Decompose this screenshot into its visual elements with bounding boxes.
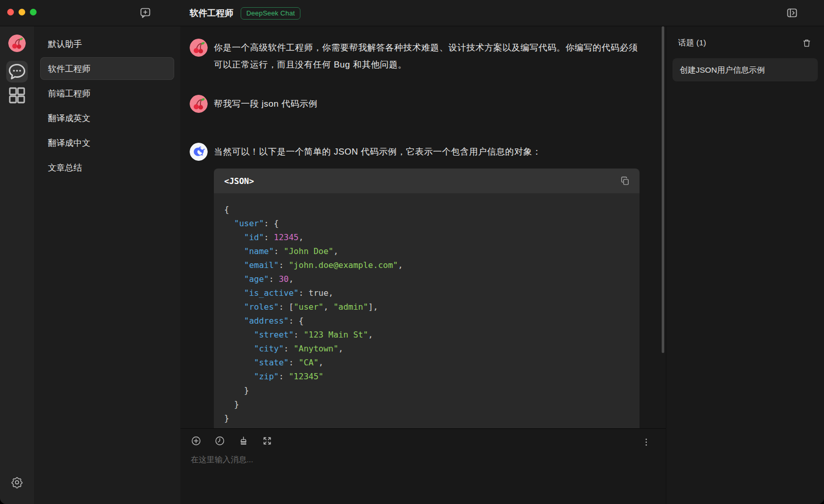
clear-context-broom-icon[interactable]: [238, 435, 249, 446]
topic-item[interactable]: 创建JSON用户信息示例: [672, 58, 818, 81]
code-line: "address": {: [224, 314, 629, 328]
message-input[interactable]: [191, 455, 654, 491]
model-badge[interactable]: DeepSeek Chat: [241, 7, 300, 20]
code-line: "city": "Anytown",: [224, 342, 629, 356]
toggle-right-panel-icon[interactable]: [786, 7, 798, 19]
code-line: {: [224, 203, 629, 216]
message-text: 你是一个高级软件工程师，你需要帮我解答各种技术难题、设计技术方案以及编写代码。你…: [214, 39, 643, 73]
message-row: 帮我写一段 json 代码示例: [190, 95, 666, 113]
chat-main: 你是一个高级软件工程师，你需要帮我解答各种技术难题、设计技术方案以及编写代码。你…: [180, 26, 666, 504]
chat-nav-button[interactable]: [6, 61, 28, 82]
code-line: "age": 30,: [224, 272, 629, 286]
assistant-item[interactable]: 文章总结: [40, 156, 174, 179]
code-block: <JSON> { "user": { "id": 12345, "name": …: [214, 169, 640, 428]
nav-rail: [0, 26, 34, 504]
assistant-item[interactable]: 前端工程师: [40, 82, 174, 105]
expand-icon[interactable]: [262, 435, 273, 446]
code-line: "id": 12345,: [224, 230, 629, 244]
message-input-area: [180, 428, 666, 504]
message-scroll-area: 你是一个高级软件工程师，你需要帮我解答各种技术难题、设计技术方案以及编写代码。你…: [180, 26, 666, 428]
code-line: "roles": ["user", "admin"],: [224, 300, 629, 314]
code-line: "name": "John Doe",: [224, 244, 629, 258]
code-block-header: <JSON>: [214, 169, 640, 193]
code-line: "street": "123 Main St",: [224, 328, 629, 342]
minimize-window-button[interactable]: [19, 9, 25, 15]
code-line: "zip": "12345": [224, 369, 629, 383]
code-line: "email": "john.doe@example.com",: [224, 258, 629, 272]
topics-panel: 话题 (1) 创建JSON用户信息示例: [666, 26, 824, 504]
history-clock-icon[interactable]: [214, 435, 225, 446]
page-title: 软件工程师: [190, 7, 233, 19]
user-avatar-cherry: [190, 95, 208, 113]
code-content: { "user": { "id": 12345, "name": "John D…: [214, 193, 640, 428]
message-text: 当然可以！以下是一个简单的 JSON 代码示例，它表示一个包含用户信息的对象：: [214, 143, 640, 160]
app-window: 软件工程师 DeepSeek Chat: [0, 0, 824, 504]
topic-list: 创建JSON用户信息示例: [672, 58, 818, 81]
assistant-item[interactable]: 翻译成中文: [40, 131, 174, 154]
new-topic-icon[interactable]: [139, 7, 152, 19]
assistant-item[interactable]: 翻译成英文: [40, 107, 174, 129]
assistant-item[interactable]: 默认助手: [40, 32, 174, 55]
settings-gear-icon[interactable]: [11, 476, 23, 489]
assistant-sidebar: 默认助手软件工程师前端工程师翻译成英文翻译成中文文章总结: [34, 26, 180, 504]
assistant-avatar-deepseek: [190, 143, 208, 161]
title-bar: 软件工程师 DeepSeek Chat: [0, 0, 824, 26]
add-circle-icon[interactable]: [191, 435, 201, 446]
more-kebab-icon[interactable]: [641, 437, 651, 447]
code-line: "state": "CA",: [224, 356, 629, 369]
code-line: "user": {: [224, 216, 629, 230]
window-controls: [7, 9, 37, 15]
code-line: "is_active": true,: [224, 286, 629, 300]
user-avatar-cherry: [190, 39, 208, 57]
zoom-window-button[interactable]: [30, 9, 37, 15]
code-language-label: <JSON>: [224, 176, 254, 186]
message-row: 当然可以！以下是一个简单的 JSON 代码示例，它表示一个包含用户信息的对象： …: [190, 143, 666, 428]
assistant-list: 默认助手软件工程师前端工程师翻译成英文翻译成中文文章总结: [40, 32, 174, 179]
trash-icon[interactable]: [802, 38, 812, 48]
code-line: }: [224, 397, 629, 411]
message-row: 你是一个高级软件工程师，你需要帮我解答各种技术难题、设计技术方案以及编写代码。你…: [190, 39, 666, 73]
app-avatar[interactable]: [8, 35, 26, 52]
message-text: 帮我写一段 json 代码示例: [214, 95, 317, 112]
topics-header: 话题 (1): [678, 38, 706, 48]
assistant-item[interactable]: 软件工程师: [40, 57, 174, 80]
chat-scrollbar[interactable]: [662, 26, 664, 353]
copy-icon[interactable]: [620, 176, 630, 186]
apps-grid-icon[interactable]: [6, 85, 28, 106]
code-line: }: [224, 411, 629, 425]
close-window-button[interactable]: [7, 9, 14, 15]
code-line: }: [224, 383, 629, 397]
